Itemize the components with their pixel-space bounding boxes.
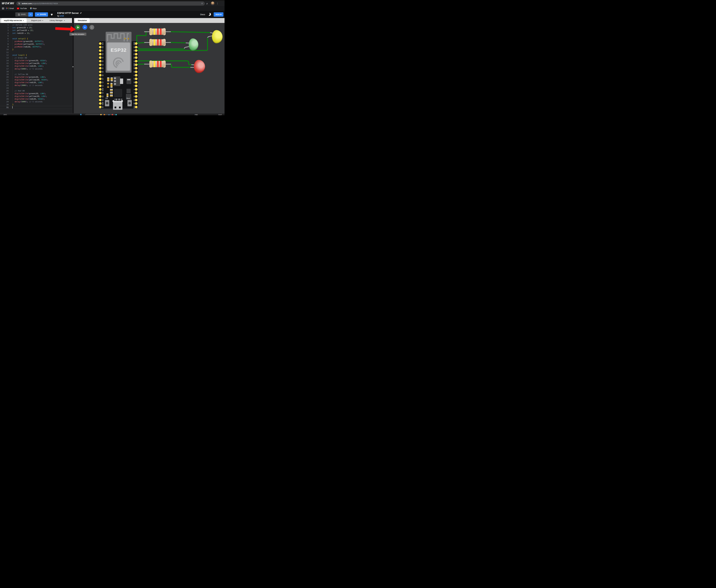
save-options-caret[interactable]: ▼: [28, 12, 33, 17]
edit-title-icon[interactable]: ✎: [80, 12, 82, 15]
bookmark-youtube[interactable]: YouTube: [17, 7, 27, 9]
code-text: digitalWrite(redLED, LOW);: [8, 65, 44, 67]
language-indicator[interactable]: ENG: [195, 114, 198, 115]
code-line[interactable]: 15 digitalWrite(yellowLED, LOW);: [0, 62, 72, 65]
tab-library-manager[interactable]: Library Manager▼: [47, 18, 67, 23]
windows-start-icon[interactable]: [80, 114, 82, 115]
code-line[interactable]: 22 digitalWrite(redLED, LOW);: [0, 81, 72, 84]
file-explorer-icon[interactable]: [100, 114, 102, 115]
code-line[interactable]: 18: [0, 70, 72, 73]
code-line[interactable]: 19 // Yellow ON: [0, 73, 72, 76]
sim-menu-button[interactable]: ⋮: [89, 25, 94, 30]
line-number: 27: [0, 95, 8, 97]
code-line[interactable]: 17 delay(5000); // 5 seconds: [0, 67, 72, 70]
board-pin-3V3: [99, 42, 102, 45]
taskbar-app-icon[interactable]: [115, 114, 117, 115]
bookmark-gmail[interactable]: Gmail: [6, 7, 14, 9]
code-line[interactable]: 25 // Red ON: [0, 89, 72, 92]
line-number: 6: [0, 38, 8, 40]
board-pin-16: [135, 81, 137, 84]
tab-simulation[interactable]: Simulation: [75, 18, 90, 23]
code-text: digitalWrite(yellowLED, LOW);: [8, 95, 47, 97]
windows-taskbar: 23°C ENG 16:47: [0, 113, 224, 115]
code-line[interactable]: 28 digitalWrite(redLED, HIGH);: [0, 98, 72, 100]
code-line[interactable]: 26 digitalWrite(greenLED, LOW);: [0, 92, 72, 95]
clock[interactable]: 16:47: [218, 114, 222, 115]
resistor-R2[interactable]: [144, 39, 171, 46]
share-button[interactable]: SHARE: [35, 12, 48, 17]
bookmark-star-icon[interactable]: ☆: [201, 2, 203, 5]
module-pad: [128, 38, 129, 39]
screen: { "browser": { "url_host": "wokwi.com", …: [0, 0, 224, 115]
resistor-band: [151, 28, 152, 35]
code-line[interactable]: 7 pinMode(greenLED, OUTPUT);: [0, 40, 72, 43]
save-button[interactable]: SAVE: [15, 12, 28, 17]
chip-label: ESP32: [107, 47, 130, 53]
regulator-tab: [114, 77, 116, 79]
code-line[interactable]: 16 digitalWrite(redLED, LOW);: [0, 65, 72, 67]
code-line[interactable]: 30}: [0, 103, 72, 106]
profile-avatar[interactable]: [211, 2, 215, 5]
resizer-handle[interactable]: [72, 66, 73, 67]
code-line[interactable]: 20 digitalWrite(greenLED, LOW);: [0, 76, 72, 78]
share-icon: [37, 14, 39, 16]
code-line[interactable]: 6void setup() {: [0, 37, 72, 40]
code-text: digitalWrite(greenLED, LOW);: [8, 92, 46, 94]
line-number: 14: [0, 60, 8, 62]
browser-menu-icon[interactable]: ⋮: [216, 2, 219, 5]
code-line[interactable]: 14 digitalWrite(greenLED, HIGH);: [0, 59, 72, 62]
address-bar[interactable]: wokwi.com/projects/320964045035274834 ☆: [16, 1, 205, 5]
docs-link[interactable]: Docs: [200, 13, 205, 16]
wokwi-logo[interactable]: WOKWI: [2, 2, 14, 5]
board-pin-21: [135, 60, 137, 62]
like-heart-icon[interactable]: ♥: [51, 13, 53, 17]
tab-diagram-json[interactable]: diagram.json●: [28, 18, 46, 23]
code-line[interactable]: 10}: [0, 48, 72, 51]
code-line[interactable]: 11: [0, 51, 72, 54]
board-pin-VN: [99, 53, 102, 56]
resistor-R1[interactable]: [144, 28, 171, 35]
youtube-icon: [17, 7, 19, 9]
line-number: 23: [0, 84, 8, 86]
code-line[interactable]: 29 delay(5000); // 5 seconds: [0, 100, 72, 103]
line-number: 20: [0, 76, 8, 78]
taskbar-app-icon[interactable]: [104, 114, 105, 115]
line-number: 26: [0, 92, 8, 94]
author-link[interactable]: urish: [60, 15, 64, 17]
code-line[interactable]: 9 pinMode(redLED, OUTPUT);: [0, 45, 72, 48]
resistor-band: [160, 61, 161, 67]
add-part-button[interactable]: +: [83, 25, 87, 30]
code-line[interactable]: 27 digitalWrite(yellowLED, LOW);: [0, 95, 72, 98]
board-pin-D2: [99, 95, 102, 98]
boot-button[interactable]: [127, 100, 132, 106]
code-line[interactable]: 12void loop() {: [0, 54, 72, 57]
code-line[interactable]: 31: [0, 106, 72, 109]
bookmark-maps[interactable]: Maps: [30, 7, 37, 9]
board-pin-27: [99, 78, 102, 80]
taskbar-app-icon[interactable]: [112, 114, 113, 115]
code-line[interactable]: 23 delay(2000); // 2 seconds: [0, 84, 72, 86]
tab-sketch-file[interactable]: esp32-http-server.ino●: [1, 18, 27, 23]
extension-icon[interactable]: ♬: [205, 2, 210, 5]
line-number: 15: [0, 62, 8, 64]
code-editor[interactable]: 1// Define LED pins2int greenLED = 23;3i…: [0, 23, 72, 113]
sign-in-button[interactable]: SIGN IN: [214, 12, 223, 17]
code-line[interactable]: 8 pinMode(yellowLED, OUTPUT);: [0, 43, 72, 45]
code-text: }: [8, 48, 14, 50]
line-number: 28: [0, 98, 8, 100]
code-line[interactable]: 24: [0, 87, 72, 89]
usb-screw: [112, 100, 114, 102]
resistor-R3[interactable]: [144, 61, 171, 67]
en-button[interactable]: [105, 100, 109, 106]
weather-widget[interactable]: 23°C: [3, 114, 7, 115]
board-pin-GND: [135, 63, 137, 66]
code-text: delay(5000); // 5 seconds: [8, 101, 43, 103]
code-line[interactable]: 21 digitalWrite(yellowLED, HIGH);: [0, 78, 72, 81]
board-pin-18: [135, 70, 137, 73]
code-line[interactable]: 5: [0, 35, 72, 37]
code-line[interactable]: 13 // Green ON: [0, 57, 72, 59]
resistor-body: [150, 39, 166, 46]
apps-grid-icon[interactable]: [2, 7, 4, 9]
resistor-band: [160, 39, 161, 46]
usb-connector: [113, 101, 123, 110]
